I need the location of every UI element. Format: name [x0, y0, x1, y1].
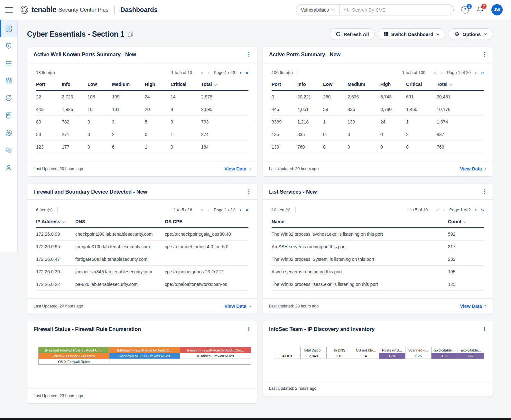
table-row[interactable]: 4454,051 59836 3,7801,450 10,176 [272, 103, 484, 115]
search-scope-dropdown[interactable]: Vulnerabilities [296, 5, 339, 15]
prev-page-icon[interactable]: ‹ [208, 207, 210, 213]
table-row[interactable]: 80782 03 53 793 [36, 115, 248, 128]
col-high[interactable]: High [145, 79, 171, 90]
table-row[interactable]: 139760 00 00 760 [272, 141, 484, 153]
info-count-link[interactable]: 835 [297, 128, 323, 141]
kebab-menu-icon[interactable] [247, 50, 251, 59]
kebab-menu-icon[interactable] [247, 325, 251, 333]
matrix-cell[interactable]: Windows Firewall Disabled [39, 353, 109, 359]
last-page-icon[interactable]: » [481, 70, 484, 75]
matrix-cell[interactable]: 110 [327, 353, 353, 359]
prev-page-icon[interactable]: ‹ [443, 207, 445, 213]
matrix-cell[interactable]: Total Disco... [300, 347, 327, 353]
col-total[interactable]: Total [437, 79, 484, 90]
sidebar-item-solutions[interactable] [0, 72, 17, 89]
kebab-menu-icon[interactable] [247, 188, 251, 196]
sidebar-item-assets[interactable] [0, 37, 17, 55]
info-count-link[interactable]: 2,723 [62, 90, 88, 103]
table-row[interactable]: 172.26.0.22pa-820.lab.tenablesecurity.co… [36, 278, 248, 290]
prev-page-icon[interactable]: ‹ [441, 70, 443, 75]
info-count-link[interactable]: 760 [297, 141, 323, 153]
col-info[interactable]: Info [62, 79, 88, 90]
col-total[interactable]: Total [201, 79, 248, 90]
view-data-link[interactable]: View Data› [224, 304, 251, 309]
col-os-cpe[interactable]: OS CPE [165, 217, 248, 228]
switch-dashboard-button[interactable]: Switch Dashboard [378, 28, 445, 40]
matrix-cell[interactable]: Exploitable... [458, 347, 484, 353]
table-row[interactable]: 123177 06 10 184 [36, 141, 248, 153]
info-count-link[interactable]: 782 [62, 115, 88, 128]
matrix-cell[interactable]: 31% [432, 353, 458, 359]
matrix-cell[interactable]: OS X Firewall Rules [39, 359, 109, 365]
next-page-icon[interactable]: › [239, 70, 241, 75]
avatar[interactable]: JW [491, 4, 503, 15]
sidebar-item-reports[interactable] [0, 107, 17, 124]
matrix-cell[interactable]: Scanned <... [405, 347, 432, 353]
refresh-all-button[interactable]: Refresh All [330, 28, 375, 40]
notifications-button[interactable]: 7 [477, 6, 484, 14]
matrix-cell[interactable]: 4 [353, 353, 379, 359]
matrix-cell[interactable]: 16% [405, 353, 432, 359]
sidebar-item-dashboards[interactable] [0, 20, 17, 37]
col-high[interactable]: High [380, 79, 406, 90]
table-row[interactable]: 4431,926 10131 208 2,095 [36, 103, 248, 115]
table-row[interactable]: 33891,218 1130 241 1,374 [272, 115, 484, 128]
view-data-link[interactable]: View Data› [224, 166, 251, 171]
info-count-link[interactable]: 1,926 [62, 103, 88, 115]
sidebar-item-users[interactable] [0, 159, 17, 176]
help-button[interactable]: ? 1 [461, 6, 469, 14]
matrix-cell[interactable]: OS not Ide... [353, 347, 379, 353]
col-info[interactable]: Info [297, 79, 323, 90]
table-row[interactable]: The Win32 process 'lsass.exe' is listeni… [272, 278, 484, 290]
table-row[interactable]: 172.26.0.30juniper-srx345.lab.tenablesec… [36, 265, 248, 278]
col-port[interactable]: Port [36, 79, 62, 90]
info-count-link[interactable]: 4,051 [297, 103, 323, 115]
col-port[interactable]: Port [272, 79, 297, 90]
matrix-cell[interactable]: All IPs [274, 353, 301, 359]
matrix-cell[interactable]: Windows NETSH Firewall Rules [109, 353, 180, 359]
last-page-icon[interactable]: » [481, 207, 484, 213]
sidebar-item-scans[interactable] [0, 89, 17, 107]
last-page-icon[interactable]: » [246, 207, 248, 213]
matrix-cell[interactable]: 2,040 [300, 353, 327, 359]
matrix-cell[interactable]: IPTables Firewall Rules [180, 353, 251, 359]
first-page-icon[interactable]: « [434, 70, 437, 75]
next-page-icon[interactable]: › [475, 70, 477, 75]
col-low[interactable]: Low [323, 79, 348, 90]
matrix-cell[interactable]: 12% [379, 353, 405, 359]
search-input[interactable] [352, 7, 449, 13]
table-row[interactable]: The Win32 process 'svchost.exe' is liste… [272, 228, 484, 240]
matrix-cell[interactable]: In DNS [327, 347, 353, 353]
info-count-link[interactable]: 1,218 [297, 115, 323, 128]
kebab-menu-icon[interactable] [482, 188, 487, 196]
matrix-cell[interactable] [180, 359, 251, 365]
sidebar-item-plugins[interactable] [0, 124, 17, 142]
table-row[interactable]: 172.26.0.47fortigate60e.lab.tenablesecur… [36, 253, 248, 265]
next-page-icon[interactable]: › [475, 207, 477, 213]
matrix-cell[interactable]: [Passed] Firewall Rule by Audit Ch... [39, 347, 109, 353]
matrix-cell[interactable]: Exploitable... [432, 347, 458, 353]
matrix-cell[interactable] [109, 359, 180, 365]
table-row[interactable]: 135835 00 02 837 [272, 128, 484, 141]
table-row[interactable]: 020,221 2602,536 6,743691 30,451 [272, 90, 484, 103]
matrix-cell[interactable]: [Failed] Firewall Rule by Audit Che... [180, 347, 251, 353]
copy-icon[interactable] [128, 32, 133, 37]
view-data-link[interactable]: View Data› [460, 304, 487, 309]
sidebar-item-analysis[interactable] [0, 55, 17, 72]
options-button[interactable]: Options [449, 28, 493, 40]
kebab-menu-icon[interactable] [482, 50, 487, 59]
matrix-cell[interactable]: Hosts w/ U... [379, 347, 405, 353]
info-count-link[interactable]: 177 [62, 141, 88, 153]
col-critical[interactable]: Critical [171, 79, 201, 90]
info-count-link[interactable]: 271 [62, 128, 88, 141]
sidebar-item-policies[interactable] [0, 142, 17, 159]
col-dns[interactable]: DNS [75, 217, 165, 228]
first-page-icon[interactable]: « [200, 207, 203, 213]
table-row[interactable]: A web server is running on this port.195 [272, 265, 484, 278]
table-row[interactable]: The Win32 process 'System' is listening … [272, 253, 484, 265]
menu-icon[interactable] [5, 7, 13, 13]
matrix-cell[interactable]: 127 [458, 353, 484, 359]
col-critical[interactable]: Critical [406, 79, 437, 90]
col-ip-address[interactable]: IP Address [36, 217, 75, 228]
view-data-link[interactable]: View Data› [460, 166, 487, 171]
